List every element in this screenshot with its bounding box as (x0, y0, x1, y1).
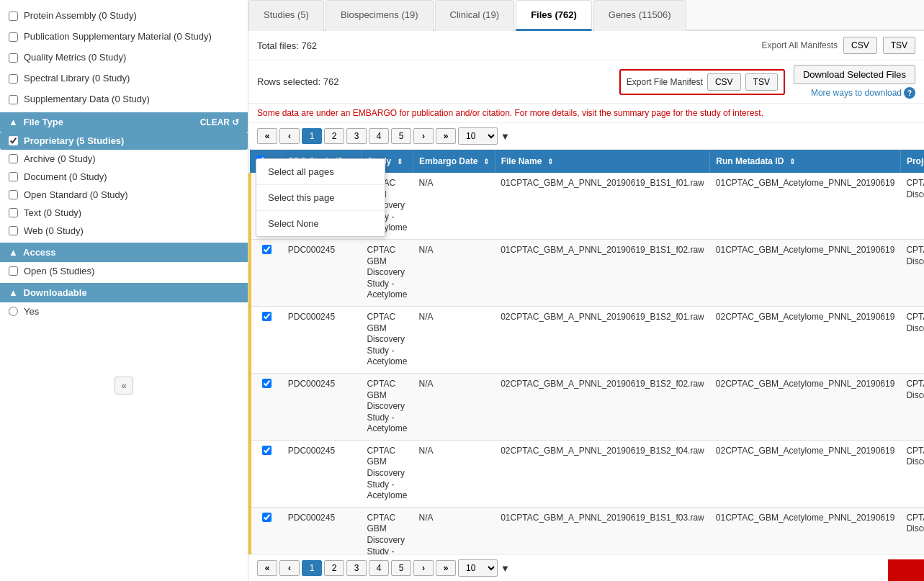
web-checkbox[interactable] (9, 226, 18, 235)
export-manifest-csv-button[interactable]: CSV (707, 73, 741, 91)
bottom-first-page-button[interactable]: « (257, 560, 277, 576)
more-ways-download-link[interactable]: More ways to download ? (811, 87, 915, 99)
last-page-button[interactable]: » (436, 128, 456, 144)
filter-web[interactable]: Web (0 Study) (0, 222, 248, 240)
bottom-page-1-button[interactable]: 1 (302, 560, 322, 576)
tab-files[interactable]: Files (762) (516, 0, 592, 31)
file-type-clear-button[interactable]: CLEAR ↺ (200, 117, 239, 127)
refresh-icon: ↺ (232, 117, 239, 127)
downloadable-yes[interactable]: Yes (0, 302, 248, 320)
select-all-pages-item[interactable]: Select all pages (256, 159, 385, 185)
tab-biospecimens[interactable]: Biospecimens (19) (326, 0, 434, 31)
row-0-cell-3: 01CPTAC_GBM_A_PNNL_20190619_B1S1_f01.raw (495, 173, 710, 239)
row-5-checkbox[interactable] (262, 513, 272, 522)
toolbar-right: Export All Manifests CSV TSV (762, 37, 915, 54)
row-1-checkbox[interactable] (262, 245, 272, 254)
bottom-page-4-button[interactable]: 4 (369, 560, 389, 576)
row-0-cell-5: CPTAC3-Discovery (900, 173, 924, 239)
page-2-button[interactable]: 2 (324, 128, 344, 144)
bottom-next-page-button[interactable]: › (413, 560, 434, 576)
text-checkbox[interactable] (9, 208, 18, 217)
bottom-last-page-button[interactable]: » (436, 560, 456, 576)
row-3-checkbox[interactable] (262, 379, 272, 388)
bottom-per-page-wrap: 10 20 50 100 ▼ (458, 559, 510, 577)
select-dropdown-menu: Select all pages Select this page Select… (256, 158, 385, 237)
tab-studies[interactable]: Studies (5) (248, 0, 324, 31)
sidebar-item-quality-metrics[interactable]: Quality Metrics (0 Study) (0, 48, 248, 68)
project-header[interactable]: Project ⇕ (900, 150, 924, 173)
export-all-csv-button[interactable]: CSV (843, 37, 877, 54)
row-1-cell-4: 01CPTAC_GBM_Acetylome_PNNL_20190619 (710, 239, 901, 306)
sidebar-item-supplementary-data[interactable]: Supplementary Data (0 Study) (0, 89, 248, 110)
row-checkbox-cell (250, 440, 282, 507)
per-page-select[interactable]: 10 20 50 100 (458, 127, 498, 145)
first-page-button[interactable]: « (257, 128, 277, 144)
page-5-button[interactable]: 5 (391, 128, 411, 144)
page-4-button[interactable]: 4 (369, 128, 389, 144)
proprietary-checkbox[interactable] (9, 136, 18, 145)
filter-open-access[interactable]: Open (5 Studies) (0, 262, 248, 280)
tab-clinical[interactable]: Clinical (19) (435, 0, 515, 31)
row-4-cell-1: CPTAC GBM Discovery Study - Acetylome (361, 440, 413, 507)
select-none-item[interactable]: Select None (256, 211, 385, 236)
spectral-library-checkbox[interactable] (9, 74, 18, 84)
row-checkbox-cell (250, 373, 282, 440)
supplementary-data-checkbox[interactable] (9, 95, 18, 104)
publication-supplementary-checkbox[interactable] (9, 32, 18, 42)
bottom-page-5-button[interactable]: 5 (391, 560, 411, 576)
file-type-section-header: ▲ File Type CLEAR ↺ (0, 112, 248, 132)
row-2-checkbox[interactable] (262, 312, 272, 321)
row-4-cell-5: CPTAC3-Discovery (900, 440, 924, 507)
bottom-prev-page-button[interactable]: ‹ (279, 560, 300, 576)
row-1-cell-3: 01CPTAC_GBM_A_PNNL_20190619_B1S1_f02.raw (495, 239, 710, 306)
select-this-page-item[interactable]: Select this page (256, 185, 385, 211)
filter-proprietary[interactable]: Proprietary (5 Studies) (0, 132, 248, 150)
bottom-page-3-button[interactable]: 3 (346, 560, 367, 576)
study-sort-icon: ⇕ (397, 158, 403, 166)
row-3-cell-3: 02CPTAC_GBM_A_PNNL_20190619_B1S2_f02.raw (495, 373, 710, 440)
row-4-checkbox[interactable] (262, 446, 272, 455)
page-3-button[interactable]: 3 (346, 128, 367, 144)
filter-open-standard[interactable]: Open Standard (0 Study) (0, 186, 248, 204)
open-standard-checkbox[interactable] (9, 190, 18, 199)
protein-assembly-checkbox[interactable] (9, 12, 18, 21)
downloadable-yes-radio[interactable] (9, 307, 18, 316)
page-1-button[interactable]: 1 (302, 128, 322, 144)
document-checkbox[interactable] (9, 172, 18, 181)
embargo-date-header[interactable]: Embargo Date ⇕ (413, 150, 495, 173)
row-selected-right: Download Selected Files More ways to dow… (794, 65, 915, 99)
row-4-cell-4: 02CPTAC_GBM_Acetylome_PNNL_20190619 (710, 440, 901, 507)
next-page-button[interactable]: › (413, 128, 434, 144)
table-row: PDC000245CPTAC GBM Discovery Study - Ace… (250, 306, 924, 373)
filter-document[interactable]: Document (0 Study) (0, 168, 248, 186)
filter-text[interactable]: Text (0 Study) (0, 204, 248, 222)
quality-metrics-checkbox[interactable] (9, 53, 18, 63)
run-metadata-id-header[interactable]: Run Metadata ID ⇕ (710, 150, 901, 173)
row-3-cell-4: 02CPTAC_GBM_Acetylome_PNNL_20190619 (710, 373, 901, 440)
row-4-cell-0: PDC000245 (282, 440, 362, 507)
sidebar-item-protein-assembly[interactable]: Protein Assembly (0 Study) (0, 6, 248, 27)
row-2-cell-2: N/A (413, 306, 495, 373)
row-5-cell-1: CPTAC GBM Discovery Study - Acetylome (361, 507, 413, 554)
open-access-checkbox[interactable] (9, 266, 18, 276)
sidebar-item-spectral-library[interactable]: Spectral Library (0 Study) (0, 68, 248, 89)
export-all-tsv-button[interactable]: TSV (883, 37, 915, 54)
main-content: Studies (5) Biospecimens (19) Clinical (… (248, 0, 924, 581)
row-0-cell-4: 01CPTAC_GBM_Acetylome_PNNL_20190619 (710, 173, 901, 239)
download-selected-button[interactable]: Download Selected Files (794, 65, 915, 84)
tab-genes[interactable]: Genes (11506) (593, 0, 686, 31)
pagination-top: « ‹ 1 2 3 4 5 › » 10 20 50 100 ▼ (248, 123, 924, 150)
downloadable-yes-label: Yes (24, 306, 39, 317)
bottom-per-page-select[interactable]: 10 20 50 100 (458, 559, 498, 577)
sidebar-item-publication-supplementary[interactable]: Publication Supplementary Material (0 St… (0, 27, 248, 48)
prev-page-button[interactable]: ‹ (279, 128, 300, 144)
archive-checkbox[interactable] (9, 154, 18, 163)
bottom-page-2-button[interactable]: 2 (324, 560, 344, 576)
collapse-sidebar-button[interactable]: « (115, 377, 133, 395)
downloadable-section-label: ▲ Downloadable (9, 287, 87, 298)
per-page-dropdown-icon: ▼ (501, 131, 510, 142)
file-name-header[interactable]: File Name ⇕ (495, 150, 710, 173)
filter-archive[interactable]: Archive (0 Study) (0, 150, 248, 168)
row-2-cell-4: 02CPTAC_GBM_Acetylome_PNNL_20190619 (710, 306, 901, 373)
export-manifest-tsv-button[interactable]: TSV (745, 73, 778, 91)
